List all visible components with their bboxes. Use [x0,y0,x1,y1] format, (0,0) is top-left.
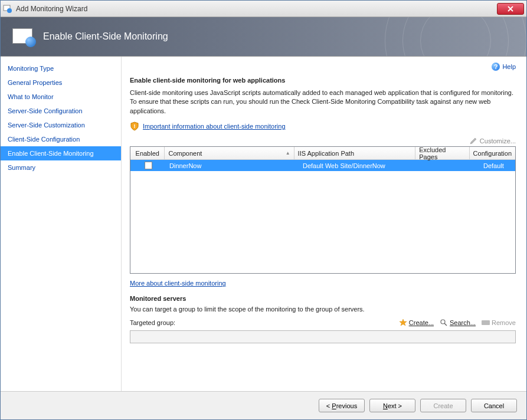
column-enabled[interactable]: Enabled [130,147,165,159]
sidebar-item-summary[interactable]: Summary [1,160,121,175]
monitored-servers-description: You can target a group to limit the scop… [130,306,516,313]
cell-excluded [424,165,480,167]
magnifier-icon [440,319,448,327]
enabled-checkbox[interactable] [145,162,152,169]
customize-link[interactable]: Customize... [469,137,516,145]
column-configuration[interactable]: Configuration [470,147,515,159]
targeted-group-label: Targeted group: [130,319,175,326]
targeted-group-input[interactable] [130,330,516,343]
customize-label: Customize... [480,137,516,145]
sidebar-item-enable-client-side-monitoring[interactable]: Enable Client-Side Monitoring [1,146,121,160]
banner-decoration [397,17,526,56]
sidebar-item-general-properties[interactable]: General Properties [1,76,121,90]
section-description: Client-side monitoring uses JavaScript s… [130,88,516,116]
body-area: Monitoring Type General Properties What … [1,56,526,391]
banner-title: Enable Client-Side Monitoring [43,31,168,42]
previous-button[interactable]: < Previous [319,399,365,412]
column-component[interactable]: Component ▲ [165,147,294,159]
close-icon [508,6,513,12]
cell-component: DinnerNow [166,161,299,170]
cell-configuration: Default [480,161,515,170]
minus-icon [482,320,490,325]
svg-point-1 [7,8,12,13]
help-link[interactable]: ? Help [492,63,516,71]
pencil-icon [469,137,477,145]
close-button[interactable] [497,3,524,15]
column-excluded[interactable]: Excluded Pages [415,147,469,159]
table-header: Enabled Component ▲ IIS Application Path… [130,147,515,160]
help-icon: ? [492,63,500,71]
cell-iis-path: Default Web Site/DinnerNow [299,161,424,170]
sidebar-item-server-side-configuration[interactable]: Server-Side Configuration [1,104,121,118]
star-icon [399,319,407,327]
search-group-link[interactable]: Search... [440,319,476,327]
help-label: Help [502,63,516,70]
app-icon [3,4,12,14]
wizard-window: Add Monitoring Wizard Enable Client-Side… [0,0,527,420]
search-label: Search... [450,319,476,326]
wizard-footer: < Previous Next > Create Cancel [1,391,526,419]
remove-label: Remove [492,319,516,326]
window-title: Add Monitoring Wizard [16,5,497,13]
content-pane: ? Help Enable client-side monitoring for… [122,57,526,391]
more-about-link[interactable]: More about client-side monitoring [130,280,226,287]
titlebar: Add Monitoring Wizard [1,1,526,17]
monitored-servers-heading: Monitored servers [130,295,516,302]
banner: Enable Client-Side Monitoring [1,17,526,56]
components-table: Enabled Component ▲ IIS Application Path… [130,146,516,274]
create-label: Create... [409,319,434,326]
important-info-row: ! Important information about client-sid… [130,122,516,131]
svg-line-4 [444,323,447,326]
remove-group-link: Remove [482,319,516,326]
create-button: Create [420,399,466,412]
sidebar-item-monitoring-type[interactable]: Monitoring Type [1,61,121,76]
create-group-link[interactable]: Create... [399,319,434,327]
section-heading: Enable client-side monitoring for web ap… [130,77,516,84]
important-info-link[interactable]: Important information about client-side … [143,123,286,130]
table-row[interactable]: DinnerNow Default Web Site/DinnerNow Def… [130,160,515,171]
shield-icon: ! [130,122,139,131]
sidebar-item-server-side-customization[interactable]: Server-Side Customization [1,118,121,132]
wizard-sidebar: Monitoring Type General Properties What … [1,57,122,391]
column-iis-path[interactable]: IIS Application Path [294,147,416,159]
sidebar-item-client-side-configuration[interactable]: Client-Side Configuration [1,132,121,146]
svg-point-3 [441,320,445,324]
cancel-button[interactable]: Cancel [471,399,517,412]
svg-text:!: ! [134,123,136,129]
banner-icon [11,27,35,46]
next-button[interactable]: Next > [369,399,415,412]
sidebar-item-what-to-monitor[interactable]: What to Monitor [1,90,121,104]
sort-ascending-icon: ▲ [286,150,290,156]
